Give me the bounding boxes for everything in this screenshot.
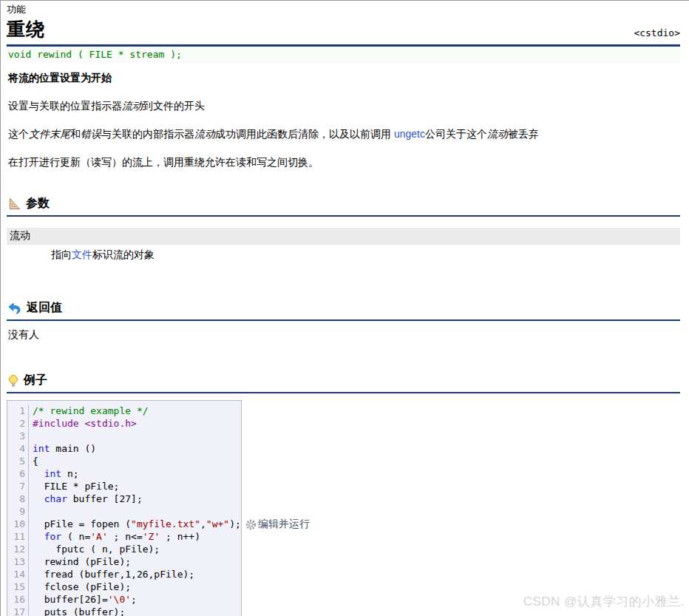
text-run: 成功调用此函数后清除，以及以前调用	[215, 128, 394, 140]
code-text: fread (buffer,1,26,pFile);	[33, 568, 194, 581]
doc-page: { "page": { "breadcrumb": "功能", "title":…	[0, 0, 689, 616]
code-line: 1/* rewind example */	[7, 405, 241, 417]
italic-text: 流动	[122, 100, 143, 112]
code-text: fputc ( n, pFile);	[33, 543, 160, 555]
text-run: 标识流的对象	[92, 248, 155, 260]
section-label: 参数	[26, 196, 50, 211]
link-file[interactable]: 文件	[72, 248, 92, 260]
code-line: 6 int n;	[7, 467, 241, 480]
line-number: 4	[7, 442, 29, 455]
code-text: fclose (pFile);	[33, 581, 131, 593]
line-number: 11	[7, 530, 29, 543]
description-paragraph: 在打开进行更新（读写）的流上，调用重绕允许在读和写之间切换。	[8, 155, 680, 169]
code-line: 4int main ()	[7, 442, 241, 455]
section-parameters-header: 参数	[7, 196, 680, 217]
italic-text: 错误	[81, 128, 101, 140]
line-number: 3	[7, 430, 29, 442]
line-number: 9	[7, 505, 29, 518]
description-paragraph: 这个文件末尾和错误与关联的内部指示器流动成功调用此函数后清除，以及以前调用 un…	[8, 127, 680, 141]
code-text: {	[33, 455, 38, 467]
code-line: 14 fread (buffer,1,26,pFile);	[7, 568, 241, 581]
lightbulb-icon	[8, 374, 18, 387]
italic-text: 流动	[487, 128, 508, 140]
text-run: 和	[70, 128, 81, 140]
code-line: 8 char buffer [27];	[7, 493, 241, 505]
code-line: 5{	[7, 455, 241, 467]
line-number: 10	[7, 518, 29, 530]
code-line: 2#include <stdio.h>	[7, 417, 241, 430]
code-line: 3	[7, 430, 241, 442]
section-label: 返回值	[27, 300, 62, 316]
section-returns-header: 返回值	[7, 300, 680, 321]
code-text: int main ()	[33, 442, 96, 455]
page-content: 功能 重绕 <cstdio> void rewind ( FILE * stre…	[1, 1, 689, 616]
code-line: 10 pFile = fopen ("myfile.txt","w+");	[7, 518, 241, 530]
line-number: 1	[7, 405, 29, 417]
code-block: 1/* rewind example */2#include <stdio.h>…	[7, 400, 242, 616]
code-line: 9	[7, 505, 241, 518]
parameter-name: 流动	[7, 228, 680, 245]
line-number: 5	[7, 455, 29, 467]
line-number: 16	[7, 593, 29, 606]
line-number: 2	[7, 417, 29, 430]
link-ungetc[interactable]: ungetc	[394, 128, 425, 140]
page-title: 重绕	[7, 17, 680, 41]
text-run: 指向	[51, 248, 72, 260]
watermark: CSDN @认真学习的小雅兰.	[523, 593, 685, 610]
line-number: 17	[7, 606, 29, 616]
return-arrow-icon	[8, 302, 21, 314]
text-run: 这个	[8, 128, 29, 140]
code-text: int n;	[33, 467, 79, 480]
code-text: char buffer [27];	[33, 493, 143, 505]
line-number: 7	[7, 480, 29, 493]
edit-run-label: 编辑并运行	[258, 518, 310, 531]
section-example-header: 例子	[7, 373, 680, 393]
text-run: 设置与关联的位置指示器	[8, 100, 122, 112]
line-number: 12	[7, 543, 29, 555]
code-text: FILE * pFile;	[33, 480, 119, 493]
ruler-triangle-icon	[8, 197, 21, 210]
code-text: buffer[26]='\0';	[33, 593, 137, 606]
line-number: 15	[7, 581, 29, 593]
parameter-description: 指向文件标识流的对象	[51, 248, 680, 262]
line-number: 8	[7, 493, 29, 505]
code-line: 11 for ( n='A' ; n<='Z' ; n++)	[7, 530, 241, 543]
gear-icon	[245, 519, 257, 530]
function-summary: 将流的位置设置为开始	[8, 72, 680, 85]
text-run: 被丢弃	[508, 128, 539, 140]
breadcrumb[interactable]: 功能	[7, 3, 680, 16]
code-line: 16 buffer[26]='\0';	[7, 593, 241, 606]
text-run: 到文件的开头	[143, 100, 205, 112]
text-run: 在打开进行更新（读写）的流上，调用重绕允许在读和写之间切换。	[8, 156, 319, 168]
code-line: 7 FILE * pFile;	[7, 480, 241, 493]
line-number: 13	[7, 555, 29, 568]
title-block: 重绕 <cstdio>	[7, 17, 680, 47]
code-text: #include <stdio.h>	[33, 417, 137, 430]
code-text: rewind (pFile);	[33, 555, 131, 568]
code-line: 15 fclose (pFile);	[7, 581, 241, 593]
section-label: 例子	[24, 373, 47, 388]
code-line: 17 puts (buffer);	[7, 606, 241, 616]
text-run: 与关联的内部指示器	[101, 128, 194, 140]
italic-text: 文件末尾	[29, 128, 70, 140]
line-number: 6	[7, 467, 29, 480]
function-declaration: void rewind ( FILE * stream );	[7, 47, 680, 63]
header-include-ref: <cstdio>	[634, 27, 680, 38]
returns-value: 没有人	[8, 328, 680, 342]
description-paragraph: 设置与关联的位置指示器流动到文件的开头	[8, 99, 680, 113]
line-number: 14	[7, 568, 29, 581]
code-line: 12 fputc ( n, pFile);	[7, 543, 241, 555]
code-text: for ( n='A' ; n<='Z' ; n++)	[33, 530, 200, 543]
code-text: puts (buffer);	[33, 606, 125, 616]
text-run: 公司关于这个	[425, 128, 487, 140]
example-row: 1/* rewind example */2#include <stdio.h>…	[7, 400, 680, 616]
code-text: /* rewind example */	[33, 405, 149, 417]
italic-text: 流动	[194, 128, 215, 140]
code-text: pFile = fopen ("myfile.txt","w+");	[33, 518, 241, 530]
code-line: 13 rewind (pFile);	[7, 555, 241, 568]
edit-run-button[interactable]: 编辑并运行	[245, 518, 310, 531]
